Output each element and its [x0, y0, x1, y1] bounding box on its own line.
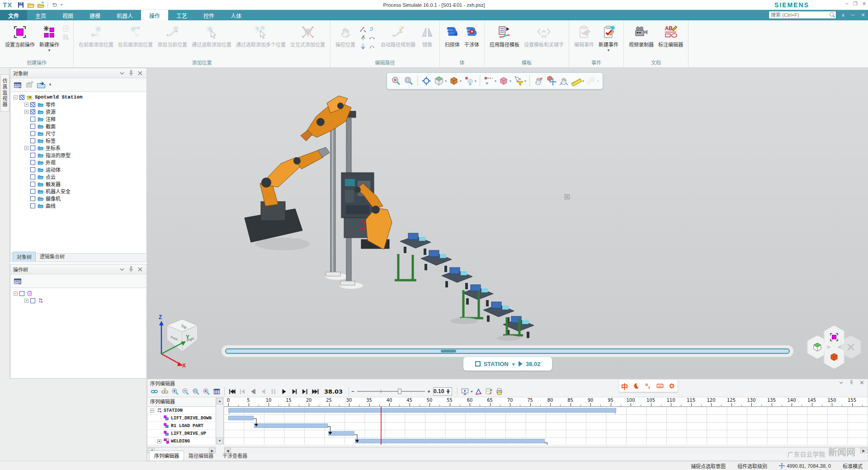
ime-gear-icon[interactable]: [668, 382, 675, 390]
seq-tool-pb-prev[interactable]: [238, 387, 247, 396]
op-list-icon[interactable]: [62, 25, 70, 32]
expand-icon[interactable]: +: [24, 146, 28, 150]
minimize-button[interactable]: ─: [845, 1, 849, 7]
ribbon-button-add-after[interactable]: 在后面添加位置: [116, 22, 155, 49]
seq-tool-sim-compare[interactable]: [474, 387, 483, 396]
close-icon[interactable]: [137, 266, 144, 273]
viewport-tool-paint-bucket[interactable]: ▾: [586, 75, 599, 86]
open-button[interactable]: [27, 1, 35, 9]
ribbon-tab-2[interactable]: 视图: [54, 10, 81, 20]
search-icon[interactable]: [829, 11, 836, 19]
seq-tool-pb-stepfwd[interactable]: [290, 387, 299, 396]
viewport-tool-display-mode[interactable]: ▾: [448, 75, 462, 86]
ribbon-button-annotation-editor[interactable]: AB标注编辑器: [656, 22, 685, 49]
player-operation-label[interactable]: STATION: [484, 361, 509, 367]
app-minimize-icon[interactable]: ─: [850, 12, 856, 18]
seq-tool-pb-stepback[interactable]: [249, 387, 257, 396]
seq-tool-pb-play[interactable]: [280, 387, 288, 396]
ribbon-button-video-recorder[interactable]: 视频录制器: [627, 22, 656, 49]
seq-tool-zoom-in[interactable]: [171, 387, 179, 396]
ribbon-button-new-event[interactable]: 新建事件▼: [597, 22, 620, 53]
viewport-tool-ruler[interactable]: ▾: [571, 75, 584, 86]
checkbox[interactable]: [30, 109, 35, 114]
ribbon-button-interf-volume[interactable]: 干涉体: [462, 22, 481, 49]
gantt-chart[interactable]: 0510152025303540455055606570758085909510…: [224, 397, 868, 445]
ribbon-tab-0[interactable]: 文件: [0, 10, 27, 20]
op-tree-root[interactable]: −: [11, 290, 146, 297]
tree-row-3[interactable]: +截面: [11, 122, 146, 130]
viewport-tool-placement-move[interactable]: [546, 75, 557, 86]
viewport-tool-zoom-area[interactable]: [403, 75, 414, 86]
ribbon-button-add-pick[interactable]: 通过选取添加位置: [190, 22, 233, 49]
ribbon-button-add-before[interactable]: 在前面添加位置: [77, 22, 115, 49]
tree-row-9[interactable]: +运动体: [11, 166, 146, 173]
seq-tool-pb-back[interactable]: [259, 387, 268, 396]
graphics-viewport[interactable]: X ▾▾?▾▾▾▾▾▾ TopFrontRightZYX STATION ∨ 3…: [147, 68, 868, 379]
reverse-op-icon[interactable]: [368, 26, 376, 33]
tree-row-5[interactable]: +标签: [11, 137, 146, 144]
gantt-bar-LIFT_DRIVE_DOWN[interactable]: [228, 416, 254, 420]
checkbox[interactable]: [30, 124, 35, 129]
checkbox[interactable]: [30, 146, 35, 150]
caret-down-icon[interactable]: [118, 70, 126, 77]
tree-toolbar-dropdown[interactable]: ▼: [48, 83, 52, 87]
tree-row-2[interactable]: +注释: [11, 115, 146, 122]
search-input[interactable]: [769, 12, 829, 18]
seq-tool-pb-next[interactable]: [301, 387, 309, 396]
pin-icon[interactable]: [127, 266, 135, 273]
seq-tool-export-doc[interactable]: [485, 387, 493, 396]
seq-tool-pb-jumpend[interactable]: [311, 387, 320, 396]
viewport-tool-measure[interactable]: ▾: [483, 75, 496, 86]
gantt-tree-row-3[interactable]: LIFT_DRIVE_UP: [147, 430, 216, 437]
viewport-tool-view-center[interactable]: [421, 75, 432, 86]
ribbon-button-new-op[interactable]: 新建操作▼: [38, 22, 61, 53]
close-icon[interactable]: [859, 380, 865, 385]
slider-track[interactable]: [225, 348, 790, 354]
save-button[interactable]: [17, 1, 25, 9]
ribbon-button-manipulate[interactable]: 操控位置: [334, 22, 357, 49]
qat-more-button[interactable]: ▾: [61, 1, 65, 9]
ribbon-tab-5[interactable]: 操作: [141, 10, 168, 20]
seq-tool-print-doc[interactable]: [495, 387, 504, 396]
viewport-tool-solid-cube[interactable]: ▾: [498, 75, 511, 86]
slider-thumb[interactable]: [441, 350, 456, 352]
panel-tab-1[interactable]: 逻辑集合树: [36, 251, 69, 261]
checkbox[interactable]: [30, 196, 35, 201]
caret-down-icon[interactable]: [118, 266, 126, 273]
tree-row-root[interactable]: −Spotweld Station: [11, 94, 146, 101]
ime-mode-indicator[interactable]: 中: [621, 381, 628, 391]
tree-row-1[interactable]: +资源: [11, 108, 146, 115]
checkbox[interactable]: [19, 95, 24, 100]
viewport-tool-select-hand[interactable]: [533, 75, 544, 86]
tree-row-7[interactable]: +指派的原型: [11, 151, 146, 159]
collapse-ribbon-icon[interactable]: ∧: [840, 12, 846, 18]
viewport-tool-selection-filter[interactable]: ▾: [513, 75, 526, 86]
seq-tool-pb-pause[interactable]: [269, 387, 278, 396]
ime-keyboard-icon[interactable]: [656, 382, 664, 390]
op-grid-icon[interactable]: [62, 33, 70, 41]
expander[interactable]: +: [157, 439, 161, 443]
status-pick-level[interactable]: 组件选取级别: [737, 462, 767, 470]
viewport-tool-view-orientation[interactable]: ▾: [434, 75, 447, 86]
op-tree-station[interactable]: +2: [11, 297, 146, 304]
dropdown-caret[interactable]: ▼: [470, 390, 473, 393]
tab-simulation-monitor[interactable]: 仿真监视器: [0, 74, 9, 112]
app-close-icon[interactable]: ✕: [860, 12, 866, 18]
tree-grid-icon[interactable]: [13, 277, 22, 286]
ribbon-button-apply-template[interactable]: 应用路径模板: [488, 22, 521, 49]
seq-tool-link-x[interactable]: [160, 387, 169, 396]
checkbox[interactable]: [30, 174, 35, 179]
checkbox[interactable]: [30, 182, 35, 187]
undo-button[interactable]: [51, 1, 59, 9]
tree-collapse-icon[interactable]: [37, 80, 46, 89]
ribbon-tab-7[interactable]: 控件: [195, 10, 222, 20]
tree-row-12[interactable]: +机器人安全: [11, 188, 146, 195]
tree-row-8[interactable]: +外观: [11, 159, 146, 166]
checkbox[interactable]: [30, 189, 35, 194]
arc-flip-icon[interactable]: [368, 34, 376, 42]
view-cube[interactable]: TopFrontRightZYX: [155, 311, 209, 367]
seq-tool-link[interactable]: [150, 387, 159, 396]
tree-row-13[interactable]: +摄像机: [11, 195, 146, 202]
checkbox[interactable]: [30, 102, 35, 107]
ime-punct-icon[interactable]: [644, 382, 651, 390]
